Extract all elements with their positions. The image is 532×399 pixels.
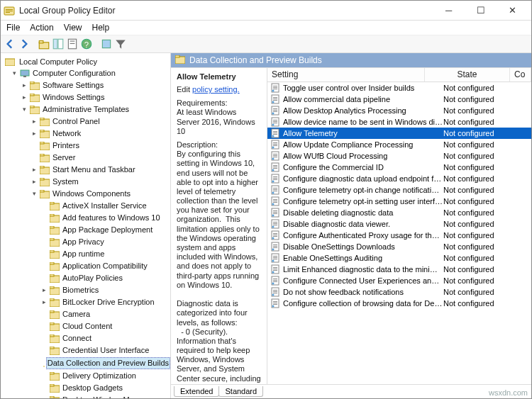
tree-node[interactable]: ▾Administrative Templates — [1, 103, 170, 116]
col-state[interactable]: State — [425, 68, 510, 82]
tree-node[interactable]: Server — [1, 152, 170, 164]
tree-node[interactable]: Connect — [1, 332, 170, 344]
col-co[interactable]: Co — [510, 68, 531, 82]
expand-icon[interactable]: ▸ — [31, 130, 38, 137]
tree-node[interactable]: Credential User Interface — [1, 344, 170, 356]
expand-icon[interactable]: ▸ — [31, 118, 38, 125]
setting-row[interactable]: Allow Update Compliance ProcessingNot co… — [267, 139, 531, 150]
setting-row[interactable]: Configure telemetry opt-in setting user … — [267, 196, 531, 207]
up-icon[interactable] — [38, 38, 50, 50]
tree-node[interactable]: Printers — [1, 140, 170, 152]
expand-icon[interactable] — [40, 359, 42, 367]
setting-row[interactable]: Allow device name to be sent in Windows … — [267, 116, 531, 128]
tree-node[interactable]: ▸Control Panel — [1, 116, 170, 128]
expand-icon[interactable]: ▸ — [40, 286, 48, 294]
setting-row[interactable]: Disable OneSettings DownloadsNot configu… — [267, 241, 531, 252]
maximize-button[interactable]: ☐ — [465, 1, 497, 20]
tab-extended[interactable]: Extended — [174, 386, 219, 397]
tree-node[interactable]: Camera — [1, 308, 170, 320]
expand-icon[interactable] — [40, 274, 48, 282]
show-hide-tree-icon[interactable] — [52, 38, 65, 50]
expand-icon[interactable] — [40, 347, 48, 354]
setting-row[interactable]: Allow commercial data pipelineNot config… — [267, 94, 531, 105]
setting-row[interactable]: Limit Enhanced diagnostic data to the mi… — [267, 264, 531, 275]
tab-standard[interactable]: Standard — [218, 386, 263, 397]
col-setting[interactable]: Setting — [267, 68, 425, 82]
setting-row[interactable]: Configure Connected User Experiences and… — [267, 275, 531, 286]
tree-node[interactable]: ▾Windows Components — [1, 188, 170, 200]
expand-icon[interactable] — [40, 214, 48, 222]
expand-icon[interactable]: ▸ — [40, 396, 48, 398]
tree-node[interactable]: ActiveX Installer Service — [1, 200, 170, 212]
tree-node[interactable]: Desktop Gadgets — [1, 382, 170, 394]
setting-row[interactable]: Configure telemetry opt-in change notifi… — [267, 184, 531, 196]
setting-row[interactable]: Allow WUfB Cloud ProcessingNot configure… — [267, 150, 531, 162]
properties-icon[interactable] — [66, 38, 79, 50]
tree-node[interactable]: ▸BitLocker Drive Encryption — [1, 296, 170, 308]
expand-icon[interactable]: ▾ — [21, 106, 28, 113]
expand-icon[interactable]: ▸ — [40, 298, 48, 306]
expand-icon[interactable]: ▸ — [31, 166, 38, 174]
setting-row[interactable]: Configure the Commercial IDNot configure… — [267, 162, 531, 173]
setting-row[interactable]: Configure diagnostic data upload endpoin… — [267, 173, 531, 184]
tree-root[interactable]: Local Computer Policy — [1, 56, 170, 67]
tree-pane[interactable]: Local Computer Policy ▾ Computer Configu… — [1, 53, 171, 398]
setting-row[interactable]: Toggle user control over Insider buildsN… — [267, 82, 531, 94]
setting-row[interactable]: Do not show feedback notificationsNot co… — [267, 286, 531, 298]
tree-node[interactable]: ▸Windows Settings — [1, 91, 170, 103]
expand-icon[interactable] — [40, 310, 48, 318]
menu-file[interactable]: File — [6, 23, 20, 33]
tree-node[interactable]: Add features to Windows 10 — [1, 212, 170, 224]
tree-node[interactable]: Delivery Optimization — [1, 370, 170, 382]
expand-icon[interactable] — [40, 322, 48, 330]
expand-icon[interactable]: ▸ — [21, 94, 28, 101]
setting-row[interactable]: Allow Desktop Analytics ProcessingNot co… — [267, 105, 531, 116]
tree-node[interactable]: ▸Software Settings — [1, 79, 170, 91]
menu-help[interactable]: Help — [92, 23, 110, 33]
tree-node[interactable]: Data Collection and Preview Builds — [1, 356, 170, 370]
expand-icon[interactable] — [40, 384, 48, 392]
expand-icon[interactable]: ▾ — [31, 190, 38, 198]
close-button[interactable]: ✕ — [497, 1, 528, 20]
tree-node[interactable]: ▸Desktop Window Manager — [1, 394, 170, 398]
tree-node[interactable]: ▸Start Menu and Taskbar — [1, 164, 170, 176]
svg-rect-184 — [273, 303, 277, 303]
collapse-icon[interactable]: ▾ — [11, 69, 18, 77]
expand-icon[interactable] — [40, 335, 48, 342]
menu-action[interactable]: Action — [30, 23, 53, 33]
setting-row[interactable]: Disable diagnostic data viewer.Not confi… — [267, 218, 531, 230]
tree-node[interactable]: ▸System — [1, 176, 170, 188]
expand-icon[interactable] — [31, 154, 38, 162]
expand-icon[interactable]: ▸ — [21, 82, 28, 89]
tree-node[interactable]: Application Compatibility — [1, 260, 170, 272]
expand-icon[interactable] — [40, 238, 48, 246]
expand-icon[interactable]: ▸ — [31, 178, 38, 186]
setting-row[interactable]: Disable deleting diagnostic dataNot conf… — [267, 207, 531, 218]
back-icon[interactable] — [4, 38, 16, 50]
forward-icon[interactable] — [18, 38, 31, 50]
expand-icon[interactable] — [40, 250, 48, 258]
expand-icon[interactable] — [40, 226, 48, 234]
setting-row[interactable]: Allow TelemetryNot configured — [267, 128, 531, 139]
tree-computer-config[interactable]: ▾ Computer Configuration — [1, 67, 170, 79]
edit-policy-link[interactable]: policy setting. — [192, 85, 240, 94]
menu-view[interactable]: View — [64, 23, 82, 33]
setting-row[interactable]: Enable OneSettings AuditingNot configure… — [267, 252, 531, 264]
tree-node[interactable]: App Package Deployment — [1, 224, 170, 236]
expand-icon[interactable] — [31, 142, 38, 150]
tree-node[interactable]: Cloud Content — [1, 320, 170, 332]
expand-icon[interactable] — [40, 372, 48, 380]
minimize-button[interactable]: ─ — [433, 1, 465, 20]
filter-icon[interactable] — [114, 38, 127, 50]
tree-node[interactable]: AutoPlay Policies — [1, 272, 170, 284]
setting-row[interactable]: Configure collection of browsing data fo… — [267, 298, 531, 309]
tree-node[interactable]: ▸Biometrics — [1, 284, 170, 296]
export-icon[interactable] — [100, 38, 113, 50]
setting-row[interactable]: Configure Authenticated Proxy usage for … — [267, 230, 531, 241]
tree-node[interactable]: App Privacy — [1, 236, 170, 248]
expand-icon[interactable] — [40, 202, 48, 210]
expand-icon[interactable] — [40, 262, 48, 270]
tree-node[interactable]: ▸Network — [1, 128, 170, 140]
tree-node[interactable]: App runtime — [1, 248, 170, 260]
help-icon[interactable]: ? — [80, 38, 93, 50]
